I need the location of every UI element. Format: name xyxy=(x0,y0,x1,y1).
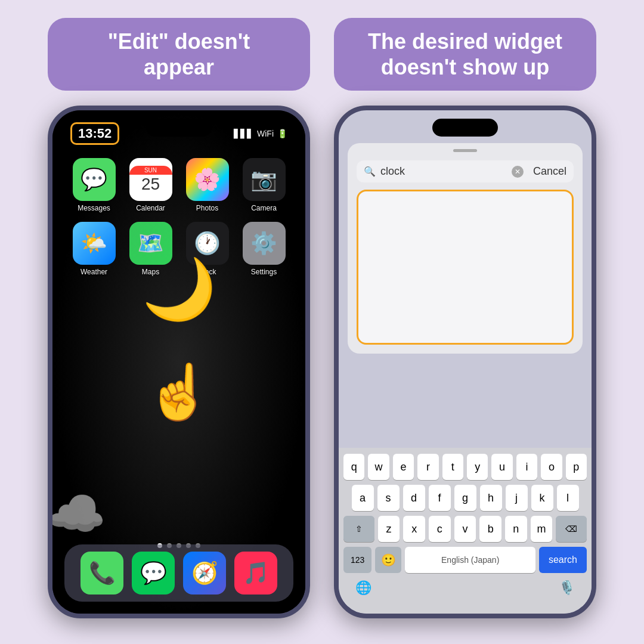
key-space[interactable]: English (Japan) xyxy=(405,547,535,573)
key-k[interactable]: k xyxy=(531,485,553,511)
top-labels-container: "Edit" doesn't appear The desired widget… xyxy=(48,18,596,91)
calendar-label: Calendar xyxy=(136,204,165,212)
keyboard-row-3: ⇧ z x c v b n m ⌫ xyxy=(343,516,587,542)
keyboard-bottom-row: 🌐 🎙️ xyxy=(343,575,587,596)
signal-icon: ▋▋▋ xyxy=(234,129,253,138)
cancel-button[interactable]: Cancel xyxy=(533,165,566,178)
weather-icon: 🌤️ xyxy=(73,222,116,265)
app-messages[interactable]: 💬 Messages xyxy=(70,158,117,212)
key-x[interactable]: x xyxy=(403,516,425,542)
key-p[interactable]: p xyxy=(566,454,587,480)
calendar-icon: SUN 25 xyxy=(129,158,172,201)
moon-icon: 🌙 xyxy=(142,254,216,324)
key-shift[interactable]: ⇧ xyxy=(343,516,374,542)
key-a[interactable]: a xyxy=(352,485,374,511)
widget-search-bar[interactable]: 🔍 clock ✕ Cancel xyxy=(357,160,574,182)
key-t[interactable]: t xyxy=(442,454,463,480)
messages-label: Messages xyxy=(78,204,110,212)
phones-container: 13:52 ▋▋▋ WiFi 🔋 💬 Messages SUN 25 Calen… xyxy=(48,106,596,618)
keyboard-row-1: q w e r t y u i o p xyxy=(343,454,587,480)
app-calendar[interactable]: SUN 25 Calendar xyxy=(127,158,174,212)
key-v[interactable]: v xyxy=(454,516,476,542)
left-phone: 13:52 ▋▋▋ WiFi 🔋 💬 Messages SUN 25 Calen… xyxy=(48,106,310,618)
photos-label: Photos xyxy=(196,204,218,212)
dock-music[interactable]: 🎵 xyxy=(234,552,277,595)
globe-icon[interactable]: 🌐 xyxy=(355,580,371,596)
hand-click-indicator: ☝️ xyxy=(145,361,212,423)
weather-label: Weather xyxy=(80,268,107,276)
key-numbers[interactable]: 123 xyxy=(343,547,371,573)
key-z[interactable]: z xyxy=(378,516,400,542)
key-m[interactable]: m xyxy=(531,516,553,542)
status-icons: ▋▋▋ WiFi 🔋 xyxy=(234,129,287,138)
key-j[interactable]: j xyxy=(506,485,528,511)
settings-label: Settings xyxy=(251,268,277,276)
key-i[interactable]: i xyxy=(516,454,537,480)
app-photos[interactable]: 🌸 Photos xyxy=(184,158,231,212)
battery-icon: 🔋 xyxy=(277,129,287,138)
dynamic-island-right xyxy=(432,119,498,137)
key-h[interactable]: h xyxy=(480,485,502,511)
microphone-icon[interactable]: 🎙️ xyxy=(559,580,575,596)
key-e[interactable]: e xyxy=(393,454,414,480)
moon-decoration: 🌙 xyxy=(119,230,239,349)
app-camera[interactable]: 📷 Camera xyxy=(240,158,287,212)
empty-widget-result xyxy=(357,190,574,345)
key-s[interactable]: s xyxy=(377,485,400,511)
search-input-text[interactable]: clock xyxy=(380,165,507,178)
left-label: "Edit" doesn't appear xyxy=(48,18,310,91)
key-g[interactable]: g xyxy=(454,485,476,511)
cloud-decoration: ☁️ xyxy=(48,486,106,542)
app-settings[interactable]: ⚙️ Settings xyxy=(240,222,287,276)
right-phone: 🔍 clock ✕ Cancel q w e r t y u i o p xyxy=(334,106,596,618)
key-c[interactable]: c xyxy=(429,516,451,542)
camera-icon: 📷 xyxy=(243,158,286,201)
key-b[interactable]: b xyxy=(479,516,501,542)
keyboard-row-2: a s d f g h j k l xyxy=(343,485,587,511)
right-label: The desired widget doesn't show up xyxy=(334,18,596,91)
clear-search-button[interactable]: ✕ xyxy=(512,166,524,178)
key-d[interactable]: d xyxy=(403,485,425,511)
key-o[interactable]: o xyxy=(541,454,562,480)
widget-search-panel: 🔍 clock ✕ Cancel xyxy=(348,143,583,354)
dock-line[interactable]: 💬 xyxy=(132,552,175,595)
key-y[interactable]: y xyxy=(467,454,488,480)
search-magnifier-icon: 🔍 xyxy=(364,166,376,177)
keyboard: q w e r t y u i o p a s d f g h j k xyxy=(339,448,592,614)
dock-phone[interactable]: 📞 xyxy=(80,552,123,595)
dynamic-island-left xyxy=(146,119,212,137)
key-n[interactable]: n xyxy=(505,516,527,542)
photos-icon: 🌸 xyxy=(186,158,229,201)
app-weather[interactable]: 🌤️ Weather xyxy=(70,222,117,276)
key-l[interactable]: l xyxy=(557,485,579,511)
dock-safari[interactable]: 🧭 xyxy=(183,552,226,595)
key-emoji[interactable]: 🙂 xyxy=(375,547,401,573)
key-w[interactable]: w xyxy=(368,454,389,480)
key-r[interactable]: r xyxy=(417,454,438,480)
key-delete[interactable]: ⌫ xyxy=(556,516,587,542)
time-display: 13:52 xyxy=(70,122,119,145)
key-u[interactable]: u xyxy=(491,454,512,480)
camera-label: Camera xyxy=(251,204,277,212)
messages-icon: 💬 xyxy=(73,158,116,201)
wifi-icon: WiFi xyxy=(257,129,274,138)
key-f[interactable]: f xyxy=(429,485,451,511)
settings-icon: ⚙️ xyxy=(243,222,286,265)
app-dock: 📞 💬 🧭 🎵 xyxy=(64,544,293,602)
panel-handle xyxy=(453,149,477,152)
key-q[interactable]: q xyxy=(343,454,364,480)
keyboard-row-4: 123 🙂 English (Japan) search xyxy=(343,547,587,573)
key-search[interactable]: search xyxy=(539,547,587,573)
